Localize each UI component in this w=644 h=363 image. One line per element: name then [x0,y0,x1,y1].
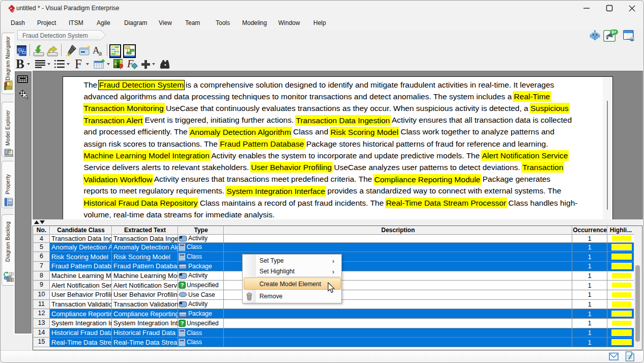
svg-text:9+: 9+ [611,30,617,35]
svg-text:B: B [16,59,24,69]
svg-text:?: ? [181,320,184,326]
svg-text:?: ? [181,282,184,288]
svg-text:F: F [127,59,134,69]
svg-text:F: F [75,59,82,69]
svg-text:a: a [99,49,102,57]
